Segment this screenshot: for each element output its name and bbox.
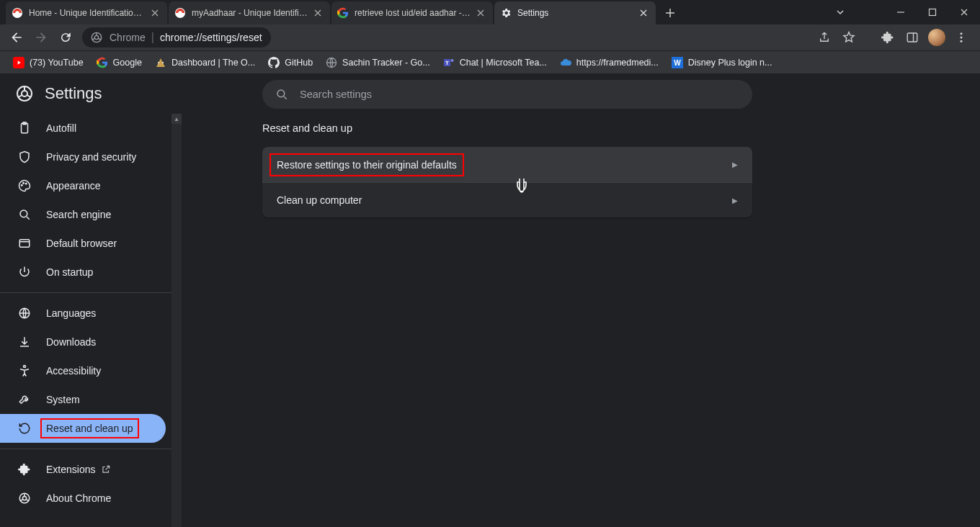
google-icon <box>97 57 108 68</box>
sidebar-item-about[interactable]: About Chrome <box>0 484 166 513</box>
svg-rect-27 <box>19 240 30 248</box>
tab-3[interactable]: Settings <box>494 1 656 24</box>
close-window-button[interactable] <box>948 1 980 24</box>
google-favicon <box>337 7 349 19</box>
sidebar-item-accessibility[interactable]: Accessibility <box>0 356 166 385</box>
chevron-right-icon: ▶ <box>732 197 738 204</box>
sidebar-item-reset[interactable]: Reset and clean up <box>0 414 166 443</box>
svg-text:T: T <box>445 60 449 66</box>
clipboard-icon <box>17 121 32 135</box>
settings-content: Reset and clean up Restore settings to t… <box>262 122 752 217</box>
tab-search-button[interactable] <box>829 0 852 24</box>
odin-icon <box>155 57 166 68</box>
power-icon <box>17 265 32 279</box>
bookmark-framed[interactable]: https://framedmedi... <box>554 54 664 71</box>
tab-label: Settings <box>517 8 634 18</box>
back-button[interactable] <box>4 25 29 50</box>
globe-icon <box>326 57 337 68</box>
menu-button[interactable] <box>950 26 973 49</box>
sidebar-item-appearance[interactable]: Appearance <box>0 171 166 200</box>
w-icon: W <box>672 57 683 68</box>
cleanup-computer-row[interactable]: Clean up computer ▶ <box>262 182 752 217</box>
scroll-up-button[interactable]: ▲ <box>172 114 182 124</box>
section-title: Reset and clean up <box>262 122 752 134</box>
tab-2[interactable]: retrieve lost uid/eid aadhar - Goo <box>331 1 493 24</box>
sidebar-item-search-engine[interactable]: Search engine <box>0 200 166 229</box>
tab-strip: Home - Unique Identification Aut myAadha… <box>0 0 980 24</box>
svg-point-15 <box>450 59 453 62</box>
svg-point-29 <box>24 366 26 368</box>
minimize-button[interactable] <box>885 1 917 24</box>
sidebar-item-default-browser[interactable]: Default browser <box>0 229 166 258</box>
side-panel-button[interactable] <box>901 26 924 49</box>
sidebar-item-extensions[interactable]: Extensions <box>0 455 166 484</box>
settings-favicon <box>500 7 512 19</box>
close-icon[interactable] <box>150 8 160 18</box>
bookmark-google[interactable]: Google <box>91 54 148 71</box>
maximize-button[interactable] <box>917 1 948 24</box>
url-path: chrome://settings/reset <box>160 32 262 43</box>
close-icon[interactable] <box>476 8 486 18</box>
address-bar: Chrome | chrome://settings/reset <box>0 24 980 50</box>
shield-icon <box>17 150 32 164</box>
sidebar-divider <box>0 292 172 293</box>
sidebar-scrollbar[interactable]: ▲ <box>172 114 182 527</box>
extension-icon <box>17 462 32 477</box>
window-controls <box>885 0 980 24</box>
search-icon <box>275 88 288 101</box>
svg-point-19 <box>22 91 27 96</box>
cloud-icon <box>560 57 571 68</box>
sidebar-item-privacy[interactable]: Privacy and security <box>0 143 166 171</box>
sidebar-item-on-startup[interactable]: On startup <box>0 258 166 287</box>
svg-point-24 <box>23 183 24 184</box>
bookmark-youtube[interactable]: (73) YouTube <box>7 54 89 71</box>
tab-label: retrieve lost uid/eid aadhar - Goo <box>355 8 471 18</box>
sidebar-item-languages[interactable]: Languages <box>0 299 166 328</box>
reset-card: Restore settings to their original defau… <box>262 147 752 217</box>
globe-icon <box>17 306 32 320</box>
reload-button[interactable] <box>53 25 78 50</box>
search-input[interactable] <box>300 89 739 100</box>
site-info-icon[interactable] <box>91 32 102 43</box>
sidebar-item-autofill[interactable]: Autofill <box>0 114 166 143</box>
tab-1[interactable]: myAadhaar - Unique Identificati <box>169 1 330 24</box>
chrome-icon <box>17 491 32 505</box>
svg-point-6 <box>961 32 963 35</box>
share-button[interactable] <box>813 26 836 49</box>
tab-label: Home - Unique Identification Aut <box>29 8 146 18</box>
svg-point-11 <box>162 62 164 63</box>
bookmark-teams[interactable]: TChat | Microsoft Tea... <box>437 54 553 71</box>
bookmark-tracker[interactable]: Sachin Tracker - Go... <box>320 54 436 71</box>
new-tab-button[interactable] <box>660 3 680 23</box>
chrome-logo-icon <box>16 85 33 102</box>
close-icon[interactable] <box>313 8 323 18</box>
svg-point-26 <box>20 210 27 217</box>
profile-avatar[interactable] <box>925 26 948 49</box>
url-prefix: Chrome <box>110 32 146 43</box>
close-icon[interactable] <box>638 8 649 18</box>
bookmark-star-button[interactable] <box>837 26 860 49</box>
open-in-new-icon <box>101 464 111 474</box>
bookmark-github[interactable]: GitHub <box>262 54 318 71</box>
bookmark-disney[interactable]: WDisney Plus login n... <box>666 54 778 71</box>
bookmark-dashboard[interactable]: Dashboard | The O... <box>149 54 261 71</box>
teams-icon: T <box>443 57 455 68</box>
wrench-icon <box>17 392 32 407</box>
accessibility-icon <box>17 364 32 378</box>
restore-defaults-row[interactable]: Restore settings to their original defau… <box>262 147 752 182</box>
download-icon <box>17 335 32 349</box>
tab-label: myAadhaar - Unique Identificati <box>192 8 308 18</box>
forward-button[interactable] <box>29 25 53 50</box>
settings-sidebar: ▲ Autofill Privacy and security Appearan… <box>0 114 182 527</box>
settings-header: Settings <box>0 73 980 114</box>
url-input[interactable]: Chrome | chrome://settings/reset <box>82 27 271 48</box>
svg-point-23 <box>22 185 23 186</box>
github-icon <box>268 57 280 68</box>
extensions-button[interactable] <box>876 26 899 49</box>
tab-0[interactable]: Home - Unique Identification Aut <box>6 1 167 24</box>
sidebar-item-system[interactable]: System <box>0 385 166 414</box>
settings-search[interactable] <box>262 80 752 109</box>
bookmarks-bar: (73) YouTube Google Dashboard | The O...… <box>0 50 980 73</box>
sidebar-item-downloads[interactable]: Downloads <box>0 328 166 356</box>
svg-point-10 <box>158 62 159 63</box>
